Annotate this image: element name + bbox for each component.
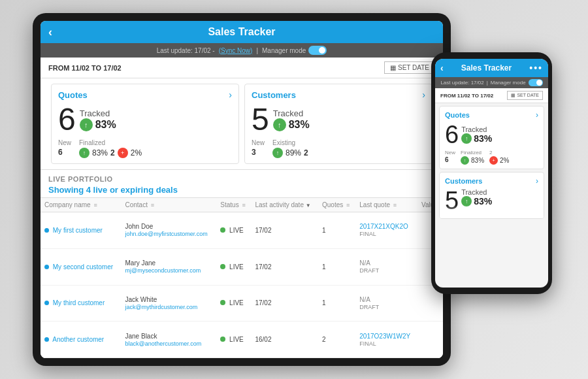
customers-existing-stat: Existing ↑ 89% 2 xyxy=(272,139,308,158)
date-bar: FROM 11/02 TO 17/02 ▦ SET DATE xyxy=(41,58,443,78)
customers-percent-row: ↑ 83% xyxy=(273,118,310,131)
app-header: ‹ Sales Tracker xyxy=(41,21,443,43)
quotes-new-label: New xyxy=(58,139,71,146)
phone-quotes-card: Quotes › 6 Tracked ↑ 83% New xyxy=(439,106,544,169)
customer-dot-icon xyxy=(44,301,49,305)
phone-customers-title[interactable]: Customers xyxy=(445,177,482,185)
phone-menu-icon[interactable]: ••• xyxy=(529,63,543,73)
col-company: Company name ≡ xyxy=(41,198,122,212)
phone-quotes-up-icon: ↑ xyxy=(461,133,472,144)
customers-existing-value-row: ↑ 89% 2 xyxy=(272,148,308,158)
table-row: My third customer Jack White jack@mythir… xyxy=(41,285,443,321)
phone-finalized-pct: 83% xyxy=(471,157,484,164)
contact-email[interactable]: jack@mythirdcustomer.com xyxy=(125,304,198,310)
filter-icon-4[interactable]: ≡ xyxy=(346,202,350,208)
quotes-finalized-stat: Finalized ↑ 83% 2 + 2% xyxy=(79,139,142,158)
cell-status: LIVE xyxy=(216,248,251,285)
quotes-finalized-up-icon: ↑ xyxy=(79,148,90,158)
filter-icon-5[interactable]: ≡ xyxy=(393,202,397,208)
filter-icon-2[interactable]: ≡ xyxy=(151,202,154,208)
sort-icon[interactable]: ▼ xyxy=(306,203,311,208)
set-date-button[interactable]: ▦ SET DATE xyxy=(384,61,435,74)
phone-quotes-arrow[interactable]: › xyxy=(536,110,538,120)
phone-new-stat: New 6 xyxy=(445,150,455,165)
phone-quotes-percent: 83% xyxy=(474,133,492,144)
back-button[interactable]: ‹ xyxy=(48,25,52,39)
customers-stats: New 3 Existing ↑ 89% 2 xyxy=(252,139,425,158)
cell-status: LIVE xyxy=(216,321,251,358)
customers-existing-label: Existing xyxy=(272,139,308,146)
phone-back-button[interactable]: ‹ xyxy=(440,63,444,73)
live-portfolio-header: LIVE PORTFOLIO Showing 4 live or expirin… xyxy=(41,170,443,198)
table-row: My second customer Mary Jane mj@mysecond… xyxy=(41,248,443,285)
contact-email[interactable]: mj@mysecondcustomer.com xyxy=(125,267,201,274)
table-header-row: Company name ≡ Contact ≡ Status ≡ Last a… xyxy=(41,198,443,212)
filter-icon-3[interactable]: ≡ xyxy=(242,202,245,208)
tablet-device: ‹ Sales Tracker Last update: 17/02 - (Sy… xyxy=(33,13,451,366)
customers-tracked-info: Tracked ↑ 83% xyxy=(273,108,310,131)
phone-quotes-tracked-label: Tracked xyxy=(461,125,492,133)
phone-toggle-switch[interactable] xyxy=(529,79,543,86)
cell-contact: Jane Black black@anothercustomer.com xyxy=(122,321,217,358)
phone-sync-bar: Last update: 17/02 | Manager mode xyxy=(435,77,548,88)
tablet-screen: ‹ Sales Tracker Last update: 17/02 - (Sy… xyxy=(41,21,443,358)
customers-card-header: Customers › xyxy=(252,90,425,100)
quotes-tracked-label: Tracked xyxy=(80,108,116,118)
customers-existing-pct: 89% xyxy=(286,148,301,157)
phone-customers-card: Customers › 5 Tracked ↑ 83% xyxy=(439,172,544,219)
phone-quotes-title[interactable]: Quotes xyxy=(445,111,470,119)
phone-customers-header: Customers › xyxy=(445,176,538,186)
cell-company: Another customer xyxy=(41,321,122,358)
phone-customers-percent-row: ↑ 83% xyxy=(461,196,492,206)
phone-finalized-down-icon: + xyxy=(489,156,498,165)
phone-customers-number: 5 xyxy=(445,188,459,213)
sync-text: Last update: 17/02 - xyxy=(157,47,215,54)
last-quote-status: FINAL xyxy=(359,231,376,237)
quotes-new-value: 6 xyxy=(58,148,63,157)
filter-icon[interactable]: ≡ xyxy=(93,202,97,208)
customers-new-stat: New 3 xyxy=(252,139,265,158)
cell-quotes: 1 xyxy=(318,212,355,249)
last-quote-id[interactable]: 2017X21XQK2O xyxy=(359,223,414,230)
cell-value xyxy=(417,321,443,358)
manager-mode-toggle[interactable]: Manager mode xyxy=(262,46,327,55)
live-portfolio: LIVE PORTFOLIO Showing 4 live or expirin… xyxy=(41,170,443,358)
quotes-finalized-down-icon: + xyxy=(118,148,128,158)
cell-activity: 17/02 xyxy=(251,285,318,321)
quotes-card-title[interactable]: Quotes xyxy=(58,90,88,100)
phone-new-label: New xyxy=(445,150,455,156)
last-quote-status: FINAL xyxy=(359,340,376,347)
quotes-finalized-value: 2 xyxy=(110,148,115,157)
phone-set-date-button[interactable]: ▦ SET DATE xyxy=(507,91,543,100)
quotes-card-arrow[interactable]: › xyxy=(229,90,232,100)
customers-card-arrow[interactable]: › xyxy=(422,90,425,100)
app-title: Sales Tracker xyxy=(208,26,275,38)
company-link[interactable]: My first customer xyxy=(53,227,103,234)
cell-company: My first customer xyxy=(41,212,122,249)
company-link[interactable]: Another customer xyxy=(52,336,104,343)
phone-finalized-label: Finalized xyxy=(461,150,484,156)
last-quote-id[interactable]: 2017O23W1W2Y xyxy=(359,333,414,340)
company-link[interactable]: My third customer xyxy=(53,299,105,306)
calendar-icon: ▦ xyxy=(390,64,396,71)
cell-activity: 16/02 xyxy=(251,321,318,358)
company-link[interactable]: My second customer xyxy=(53,263,113,271)
customers-percent: 83% xyxy=(289,119,310,131)
phone-quotes-number: 6 xyxy=(445,122,459,147)
quotes-percent: 83% xyxy=(95,119,116,131)
quotes-new-value-row: 6 xyxy=(58,148,71,157)
phone-manager-label: Manager mode xyxy=(491,80,526,86)
col-last-quote: Last quote ≡ xyxy=(355,198,417,212)
cell-quotes: 2 xyxy=(318,321,355,358)
contact-email[interactable]: john.doe@myfirstcustomer.com xyxy=(125,231,208,237)
toggle-switch[interactable] xyxy=(308,46,327,55)
set-date-label: SET DATE xyxy=(398,64,429,71)
phone-quotes-percent-row: ↑ 83% xyxy=(461,133,492,144)
sync-link[interactable]: (Sync Now) xyxy=(219,47,253,54)
phone-customers-arrow[interactable]: › xyxy=(536,176,538,186)
customers-card-title[interactable]: Customers xyxy=(252,90,296,100)
phone-quotes-tracked: Tracked ↑ 83% xyxy=(461,125,492,144)
cell-contact: Jack White jack@mythirdcustomer.com xyxy=(122,285,217,321)
quotes-finalized-pct: 83% xyxy=(92,148,108,157)
contact-email[interactable]: black@anothercustomer.com xyxy=(125,340,202,347)
